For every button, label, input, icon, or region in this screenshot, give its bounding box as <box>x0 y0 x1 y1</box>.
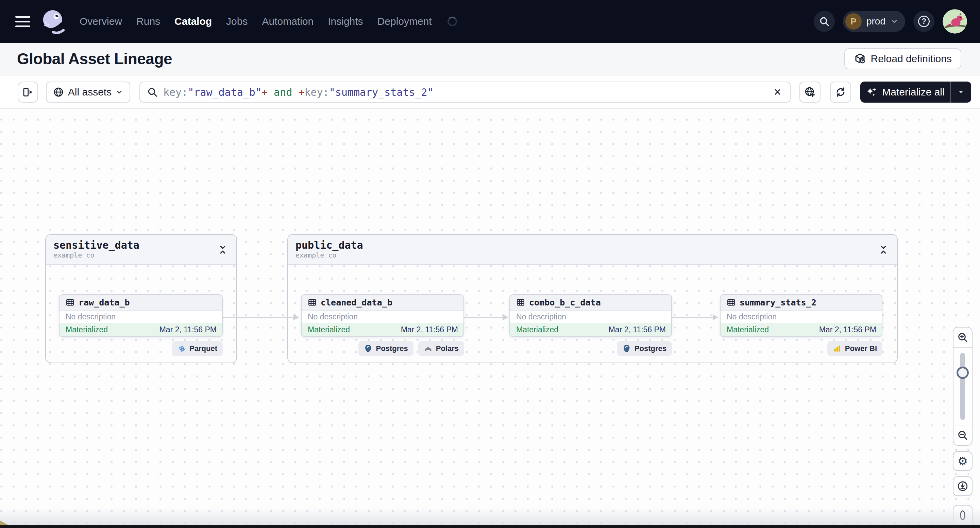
user-avatar[interactable] <box>943 9 967 33</box>
search-button[interactable] <box>814 11 835 32</box>
nav-item-runs[interactable]: Runs <box>136 16 160 27</box>
materialization-timestamp[interactable]: Mar 2, 11:56 PM <box>401 325 458 335</box>
asset-name: summary_stats_2 <box>740 298 816 308</box>
clear-search-icon[interactable]: × <box>772 86 783 98</box>
kind-tag-label: Polars <box>436 344 459 353</box>
nav-item-deployment[interactable]: Deployment <box>377 16 432 27</box>
group-header[interactable]: public_data example_co <box>288 235 897 265</box>
asset-node-raw-data-b[interactable]: raw_data_b No description Materialized M… <box>59 294 223 337</box>
materialize-all-label: Materialize all <box>882 86 944 98</box>
asset-node-body: No description <box>302 311 463 323</box>
materialize-options-button[interactable] <box>950 82 971 103</box>
power-bi-icon <box>833 344 842 353</box>
table-icon <box>308 298 317 307</box>
nav-item-automation[interactable]: Automation <box>262 16 313 27</box>
table-icon <box>727 298 735 307</box>
asset-node-cleaned-data-b[interactable]: cleaned_data_b No description Materializ… <box>301 294 464 337</box>
postgres-icon <box>622 344 631 353</box>
materialization-timestamp[interactable]: Mar 2, 11:56 PM <box>819 325 876 335</box>
question-mark-icon: ? <box>918 16 930 27</box>
zoom-slider-knob[interactable] <box>956 366 969 379</box>
materialization-timestamp[interactable]: Mar 2, 11:56 PM <box>609 325 666 335</box>
asset-search-input[interactable]: key:"raw_data_b"+ and +key:"summary_stat… <box>139 82 791 103</box>
kind-tag-postgres[interactable]: Postgres <box>617 341 672 356</box>
edge-combo-to-summary <box>672 317 713 318</box>
collapse-group-button[interactable] <box>877 244 889 256</box>
edge-cleaned-to-combo <box>464 317 503 318</box>
kind-tag-parquet[interactable]: Parquet <box>172 341 223 356</box>
asset-node-body: No description <box>721 311 882 323</box>
collapse-icon <box>879 245 888 254</box>
reload-definitions-button[interactable]: Reload definitions <box>844 48 962 69</box>
search-icon <box>819 16 830 27</box>
zoom-in-icon <box>957 332 968 343</box>
zoom-out-icon <box>957 430 968 441</box>
asset-node-combo-b-c-data[interactable]: combo_b_c_data No description Materializ… <box>509 294 672 337</box>
kind-tag-polars[interactable]: Polars <box>418 341 464 356</box>
table-icon <box>516 298 525 307</box>
asset-scope-dropdown[interactable]: All assets <box>46 82 130 103</box>
graph-settings-button[interactable]: ⚙ <box>953 451 972 471</box>
zoom-slider[interactable] <box>953 348 972 425</box>
cursor-tool-icon <box>957 509 969 520</box>
zoom-slider-track[interactable] <box>960 353 965 420</box>
asset-name: raw_data_b <box>78 298 130 308</box>
zoom-control-panel <box>953 327 972 446</box>
panel-expand-icon <box>22 86 33 98</box>
asset-node-footer: Materialized Mar 2, 11:56 PM <box>302 323 463 336</box>
refresh-icon <box>835 86 846 98</box>
kind-tag-label: Postgres <box>376 344 408 353</box>
sparkles-icon <box>866 86 877 98</box>
collapse-icon <box>218 245 228 254</box>
dagster-logo[interactable] <box>39 5 67 38</box>
polars-icon <box>424 344 433 353</box>
environment-switcher[interactable]: P prod <box>843 11 905 32</box>
group-location: example_co <box>296 251 363 259</box>
globe-icon <box>53 87 64 98</box>
asset-name: cleaned_data_b <box>321 298 392 308</box>
nav-item-jobs[interactable]: Jobs <box>226 16 248 27</box>
parquet-icon <box>177 344 186 353</box>
reload-cube-icon <box>854 53 866 65</box>
menu-icon[interactable] <box>13 11 33 31</box>
asset-description: No description <box>66 312 116 322</box>
add-scope-button[interactable] <box>799 82 821 103</box>
materialization-timestamp[interactable]: Mar 2, 11:56 PM <box>159 325 216 335</box>
bottom-edge-strip <box>0 525 980 528</box>
materialize-all-button[interactable]: Materialize all <box>860 82 950 103</box>
chevron-down-icon <box>890 17 898 25</box>
bird-avatar-icon <box>943 9 967 33</box>
refresh-button[interactable] <box>830 82 851 103</box>
group-name: public_data <box>296 239 363 251</box>
asset-node-summary-stats-2[interactable]: summary_stats_2 No description Materiali… <box>720 294 882 337</box>
asset-node-header: combo_b_c_data <box>510 295 671 311</box>
kind-tag-power-bi[interactable]: Power BI <box>827 341 882 356</box>
asset-description: No description <box>308 312 358 322</box>
asset-node-header: raw_data_b <box>59 295 222 311</box>
lineage-toolbar: All assets key:"raw_data_b"+ and +key:"s… <box>0 75 980 109</box>
help-button[interactable]: ? <box>913 11 934 32</box>
zoom-out-button[interactable] <box>953 425 972 445</box>
lineage-graph-canvas[interactable]: sensitive_data example_co public_data ex… <box>0 109 980 528</box>
nav-item-insights[interactable]: Insights <box>328 16 363 27</box>
group-name: sensitive_data <box>53 239 139 251</box>
materialize-all-split-button: Materialize all <box>860 82 971 103</box>
postgres-icon <box>364 344 373 353</box>
page-title: Global Asset Lineage <box>17 49 172 68</box>
download-graph-button[interactable] <box>953 476 972 496</box>
asset-scope-label: All assets <box>68 86 111 98</box>
collapse-group-button[interactable] <box>216 244 229 256</box>
nav-item-catalog[interactable]: Catalog <box>175 16 212 27</box>
edge-raw-to-cleaned <box>223 317 294 318</box>
gear-icon: ⚙ <box>958 454 968 468</box>
status-badge: Materialized <box>308 325 350 335</box>
open-sidebar-button[interactable] <box>18 82 38 103</box>
zoom-in-button[interactable] <box>953 328 972 348</box>
kind-tag-postgres[interactable]: Postgres <box>358 341 414 356</box>
globe-plus-icon <box>804 86 816 98</box>
group-header[interactable]: sensitive_data example_co <box>46 235 236 265</box>
nav-item-overview[interactable]: Overview <box>80 16 122 27</box>
badge-row-cleaned-data-b: Postgres Polars <box>301 341 464 356</box>
graph-tool-button-partial[interactable] <box>953 505 972 528</box>
nav-right-cluster: P prod ? <box>814 9 967 33</box>
